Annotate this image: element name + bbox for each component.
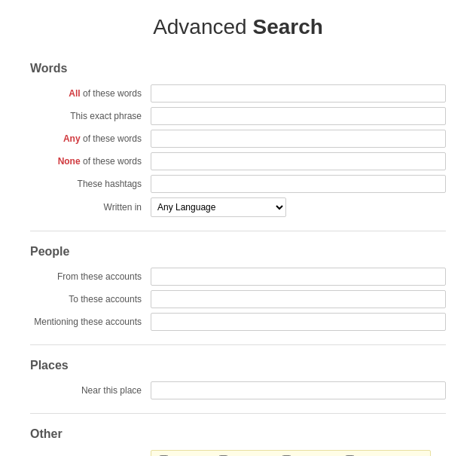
from-accounts-row: From these accounts <box>30 268 446 286</box>
people-section: People From these accounts To these acco… <box>30 245 446 331</box>
page-title: Advanced Search <box>30 15 446 39</box>
hashtags-label: These hashtags <box>30 179 151 189</box>
written-in-label: Written in <box>30 202 151 213</box>
to-accounts-row: To these accounts <box>30 290 446 308</box>
words-divider <box>30 231 446 231</box>
from-accounts-label: From these accounts <box>30 271 151 282</box>
page-container: Advanced Search Words All of these words… <box>0 0 476 456</box>
none-words-row: None of these words <box>30 152 446 170</box>
to-accounts-label: To these accounts <box>30 294 151 305</box>
mentioning-accounts-input[interactable] <box>151 313 446 331</box>
exact-phrase-input[interactable] <box>151 107 446 125</box>
any-words-row: Any of these words <box>30 130 446 148</box>
mentioning-accounts-row: Mentioning these accounts <box>30 313 446 331</box>
none-words-input[interactable] <box>151 152 446 170</box>
near-place-input[interactable] <box>151 381 446 399</box>
title-normal: Advanced <box>153 15 252 38</box>
other-section: Other Select: Positive :) Negative :( Qu… <box>30 427 446 456</box>
people-heading: People <box>30 245 446 259</box>
any-words-input[interactable] <box>151 130 446 148</box>
to-accounts-input[interactable] <box>151 290 446 308</box>
all-words-row: All of these words <box>30 84 446 103</box>
places-divider <box>30 413 446 414</box>
checkboxes-container: Positive :) Negative :( Question ? Inclu… <box>151 450 431 456</box>
words-section: Words All of these words This exact phra… <box>30 62 446 217</box>
all-words-input[interactable] <box>151 84 446 103</box>
words-heading: Words <box>30 62 446 75</box>
none-words-label: None of these words <box>30 156 151 167</box>
people-divider <box>30 344 446 345</box>
from-accounts-input[interactable] <box>151 268 446 286</box>
hashtags-row: These hashtags <box>30 175 446 193</box>
other-heading: Other <box>30 427 446 441</box>
near-place-row: Near this place <box>30 381 446 399</box>
places-section: Places Near this place <box>30 359 446 399</box>
language-select[interactable]: Any Language English Spanish French Germ… <box>151 197 286 217</box>
all-words-label: All of these words <box>30 88 151 99</box>
other-row: Select: Positive :) Negative :( Question… <box>30 450 446 456</box>
places-heading: Places <box>30 359 446 372</box>
near-place-label: Near this place <box>30 385 151 396</box>
exact-phrase-label: This exact phrase <box>30 111 151 121</box>
mentioning-accounts-label: Mentioning these accounts <box>30 317 151 327</box>
any-words-label: Any of these words <box>30 133 151 144</box>
written-in-row: Written in Any Language English Spanish … <box>30 197 446 217</box>
exact-phrase-row: This exact phrase <box>30 107 446 125</box>
title-bold: Search <box>252 15 322 38</box>
hashtags-input[interactable] <box>151 175 446 193</box>
